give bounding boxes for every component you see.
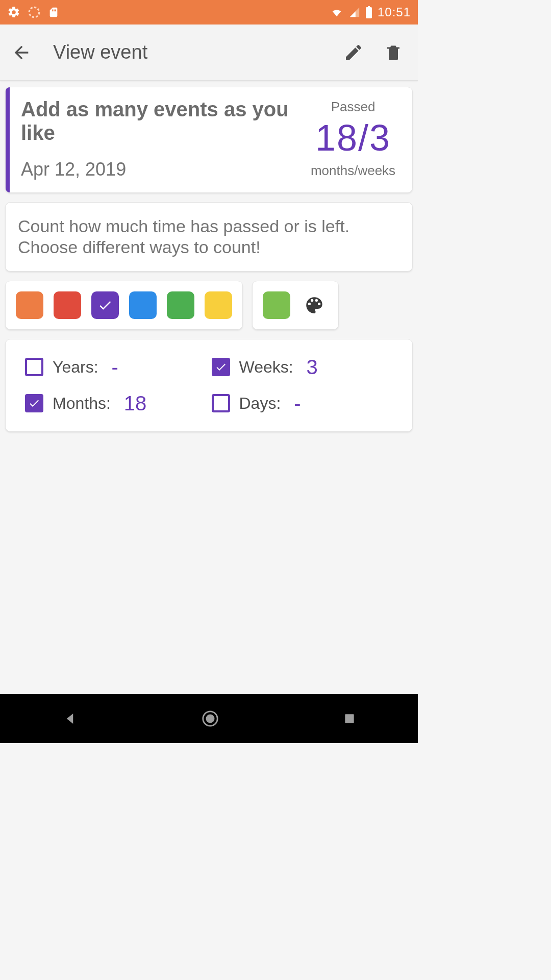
description-card: Count how much time has passed or is lef… <box>5 202 413 272</box>
event-summary-card: Add as many events as you like Apr 12, 2… <box>5 87 413 193</box>
passed-value: 18/3 <box>315 118 391 158</box>
nav-home-button[interactable] <box>202 710 219 727</box>
loading-icon <box>28 6 41 19</box>
color-swatch-green[interactable] <box>167 291 194 319</box>
settings-icon <box>7 6 20 19</box>
unit-months-label: Months: <box>53 394 111 413</box>
color-swatch-yellow[interactable] <box>205 291 232 319</box>
status-left-icons <box>7 6 59 19</box>
cell-signal-icon <box>349 7 360 18</box>
checkbox-days[interactable] <box>212 394 230 412</box>
color-swatch-orange[interactable] <box>16 291 43 319</box>
status-right: 10:51 <box>330 5 411 19</box>
event-date: Apr 12, 2019 <box>21 159 297 180</box>
unit-months-value: 18 <box>124 392 147 415</box>
color-swatch-purple[interactable] <box>91 291 119 319</box>
unit-years-label: Years: <box>53 358 98 377</box>
sd-card-icon <box>48 6 59 19</box>
color-custom-preview[interactable] <box>263 291 290 319</box>
wifi-icon <box>330 7 344 18</box>
svg-rect-3 <box>345 714 354 723</box>
passed-unit: months/weeks <box>311 163 395 179</box>
system-nav-bar <box>0 694 418 743</box>
content-area: Add as many events as you like Apr 12, 2… <box>0 81 418 694</box>
color-swatch-blue[interactable] <box>129 291 157 319</box>
checkbox-months[interactable] <box>25 394 43 412</box>
edit-button[interactable] <box>343 42 364 63</box>
status-time: 10:51 <box>378 5 411 19</box>
checkbox-years[interactable] <box>25 358 43 376</box>
svg-point-0 <box>29 7 39 17</box>
unit-weeks[interactable]: Weeks: 3 <box>212 356 393 379</box>
color-presets <box>5 281 243 330</box>
unit-weeks-value: 3 <box>307 356 318 379</box>
unit-years-value: - <box>112 356 118 379</box>
unit-days-label: Days: <box>239 394 281 413</box>
nav-recents-button[interactable] <box>343 712 356 725</box>
palette-button[interactable] <box>300 291 328 319</box>
svg-point-2 <box>206 715 214 723</box>
event-accent-bar <box>6 87 10 192</box>
nav-back-button[interactable] <box>62 711 78 726</box>
event-counter: Passed 18/3 months/weeks <box>307 97 399 180</box>
status-bar: 10:51 <box>0 0 418 24</box>
unit-days-value: - <box>294 392 300 415</box>
app-bar: View event <box>0 24 418 81</box>
page-title: View event <box>53 41 343 63</box>
unit-months[interactable]: Months: 18 <box>25 392 207 415</box>
passed-label: Passed <box>331 99 375 115</box>
back-button[interactable] <box>11 42 40 63</box>
color-picker-row <box>5 281 413 330</box>
color-swatch-red[interactable] <box>54 291 81 319</box>
delete-button[interactable] <box>384 42 403 63</box>
checkbox-weeks[interactable] <box>212 358 230 376</box>
unit-weeks-label: Weeks: <box>239 358 293 377</box>
app-bar-actions <box>343 42 403 63</box>
unit-years[interactable]: Years: - <box>25 356 207 379</box>
color-custom-group <box>252 281 339 330</box>
event-left: Add as many events as you like Apr 12, 2… <box>21 97 307 180</box>
units-card: Years: - Weeks: 3 Months: 18 Days: - <box>5 339 413 432</box>
event-title: Add as many events as you like <box>21 97 297 144</box>
unit-days[interactable]: Days: - <box>212 392 393 415</box>
battery-icon <box>365 6 372 18</box>
